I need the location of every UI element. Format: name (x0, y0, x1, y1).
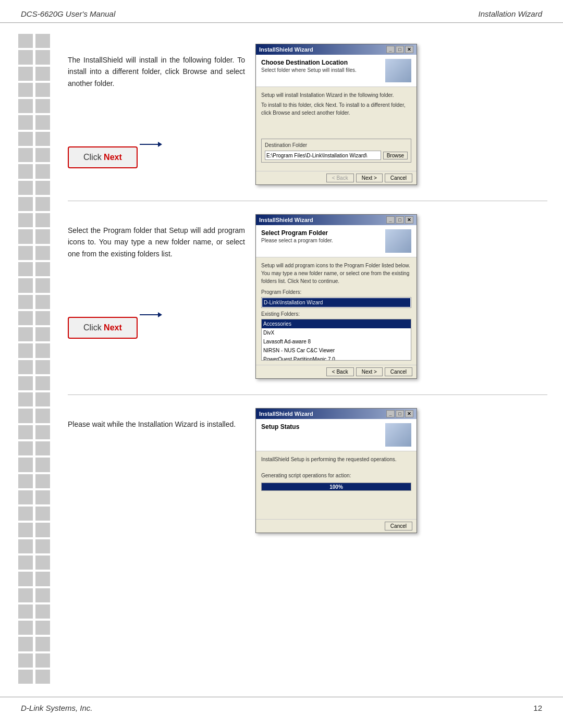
wizard2-title: InstallShield Wizard (259, 217, 313, 223)
section-select-program-folder: Select the Program folder that Setup wil… (68, 201, 547, 395)
wizard3-cancel-button[interactable]: Cancel (385, 522, 412, 530)
wizard2-program-folder-list: D-Link\Installation Wizard (261, 297, 411, 308)
connector-2 (140, 312, 162, 317)
wizard1-header-icon (385, 59, 411, 82)
wizard3-header-icon (385, 423, 411, 447)
connector-line-2 (140, 314, 158, 315)
wizard2-existing-folder-list: Accessories DivX Lavasoft Ad-aware 8 NIR… (261, 319, 411, 361)
wizard2-existing-folder-powerquest[interactable]: PowerQuest PartitionMagic 7.0 (262, 355, 411, 361)
connector-1 (140, 142, 162, 147)
wizard1-titlebar: InstallShield Wizard _ □ ✕ (256, 44, 417, 55)
wizard2-body-text: Setup will add program icons to the Prog… (261, 262, 411, 285)
footer-company: D-Link Systems, Inc. (21, 704, 93, 712)
wizard1-header-text: Choose Destination Location Select folde… (261, 59, 357, 73)
wizard2-header-icon (385, 229, 411, 253)
wizard2-content: Setup will add program icons to the Prog… (256, 257, 417, 365)
wizard1-spacer (261, 119, 411, 134)
connector-arrow-1 (158, 142, 162, 147)
wizard2-cancel-button[interactable]: Cancel (385, 367, 412, 376)
next-bold-1: Next (104, 153, 122, 162)
side-col-2 (35, 34, 50, 684)
wizard2-next-button[interactable]: Next > (356, 367, 383, 376)
wizard1-content: Setup will install Installation Wizard i… (256, 87, 417, 171)
section2-description: Select the Program folder that Setup wil… (68, 225, 245, 260)
header-right-title: Installation Wizard (479, 9, 542, 18)
connector-line-1 (140, 144, 158, 145)
wizard1-header-subtitle: Select folder where Setup will install f… (261, 67, 357, 73)
section-choose-destination: The InstallShield will install in the fo… (68, 33, 547, 201)
wizard3-header: Setup Status (256, 419, 417, 451)
header-left-title: DCS-6620G User's Manual (21, 9, 115, 18)
connector-arrow-2 (158, 312, 162, 317)
wizard1-browse-button[interactable]: Browse (383, 152, 408, 159)
wizard-choose-destination: InstallShield Wizard _ □ ✕ Choose Destin… (255, 44, 417, 185)
wizard2-existing-folder-nirsn[interactable]: NIRSN - NUS Car C&C Viewer (262, 346, 411, 355)
wizard1-next-button[interactable]: Next > (356, 174, 383, 182)
wizard3-header-text: Setup Status (261, 423, 299, 431)
wizard3-controls[interactable]: _ □ ✕ (386, 410, 413, 417)
section3-description: Please wait while the Installation Wizar… (68, 418, 245, 430)
wizard3-titlebar: InstallShield Wizard _ □ ✕ (256, 409, 417, 419)
section2-text-area: Select the Program folder that Setup wil… (68, 214, 255, 339)
wizard2-titlebar: InstallShield Wizard _ □ ✕ (256, 215, 417, 225)
wizard3-header-title: Setup Status (261, 423, 299, 430)
wizard1-folder-group: Destination Folder Browse (261, 139, 411, 163)
wizard3-close[interactable]: ✕ (405, 410, 413, 417)
wizard2-close[interactable]: ✕ (405, 216, 413, 224)
section-setup-status: Please wait while the Installation Wizar… (68, 395, 547, 544)
wizard2-program-folder-selected[interactable]: D-Link\Installation Wizard (262, 298, 410, 307)
wizard1-folder-input[interactable] (265, 151, 381, 160)
wizard1-body-text2: To install to this folder, click Next. T… (261, 101, 411, 117)
wizard-select-program-folder: InstallShield Wizard _ □ ✕ Select Progra… (255, 214, 417, 379)
wizard2-back-button[interactable]: < Back (326, 367, 354, 376)
wizard2-existing-folder-lavasoft[interactable]: Lavasoft Ad-aware 8 (262, 337, 411, 346)
wizard3-maximize[interactable]: □ (396, 410, 404, 417)
wizard3-footer: Cancel (256, 519, 417, 533)
section1-description-1: The InstallShield will install in the fo… (68, 54, 245, 89)
wizard1-close[interactable]: ✕ (405, 46, 413, 53)
wizard1-title: InstallShield Wizard (259, 46, 313, 53)
click-next-button-1[interactable]: Click Next (68, 146, 138, 168)
wizard2-header: Select Program Folder Please select a pr… (256, 225, 417, 257)
wizard1-back-button[interactable]: < Back (326, 174, 354, 182)
wizard-setup-status: InstallShield Wizard _ □ ✕ Setup Status … (255, 408, 417, 533)
wizard2-header-subtitle: Please select a program folder. (261, 238, 333, 243)
wizard1-maximize[interactable]: □ (396, 46, 404, 53)
wizard2-header-title: Select Program Folder (261, 229, 333, 237)
wizard1-header-title: Choose Destination Location (261, 59, 357, 66)
wizard3-spacer (261, 494, 411, 515)
next-bold-2: Next (104, 323, 122, 332)
wizard3-minimize[interactable]: _ (386, 410, 395, 417)
wizard2-controls[interactable]: _ □ ✕ (386, 216, 413, 224)
page-header: DCS-6620G User's Manual Installation Wiz… (0, 0, 563, 23)
wizard2-program-folders-label: Program Folders: (261, 288, 411, 296)
wizard2-existing-folder-divx[interactable]: DivX (262, 328, 411, 337)
wizard1-minimize[interactable]: _ (386, 46, 395, 53)
side-col-1 (18, 34, 33, 684)
wizard1-folder-label: Destination Folder (265, 141, 408, 149)
wizard1-header: Choose Destination Location Select folde… (256, 55, 417, 87)
wizard1-body-text: Setup will install Installation Wizard i… (261, 91, 411, 99)
section3-text-area: Please wait while the Installation Wizar… (68, 408, 255, 430)
wizard1-footer: < Back Next > Cancel (256, 171, 417, 184)
wizard2-header-text: Select Program Folder Please select a pr… (261, 229, 333, 243)
click-next-area-1: Click Next (68, 120, 245, 168)
wizard1-folder-row: Browse (265, 151, 408, 160)
footer-page-number: 12 (533, 704, 542, 712)
wizard3-progress-bar-container: 100% (261, 483, 411, 491)
wizard3-progress-label: 100% (329, 483, 343, 491)
section1-text-area: The InstallShield will install in the fo… (68, 44, 255, 168)
click-next-area-2: Click Next (68, 291, 245, 339)
wizard2-minimize[interactable]: _ (386, 216, 395, 224)
side-decoration (18, 34, 50, 684)
wizard2-existing-folder-accessories[interactable]: Accessories (262, 319, 411, 328)
wizard2-footer: < Back Next > Cancel (256, 365, 417, 378)
wizard3-content: InstallShield Setup is performing the re… (256, 451, 417, 519)
wizard3-body-text: InstallShield Setup is performing the re… (261, 455, 411, 463)
wizard1-cancel-button[interactable]: Cancel (385, 174, 412, 182)
wizard1-controls[interactable]: _ □ ✕ (386, 46, 413, 53)
main-content: The InstallShield will install in the fo… (68, 33, 547, 544)
wizard3-progress-bar-fill: 100% (262, 483, 411, 490)
wizard2-maximize[interactable]: □ (396, 216, 404, 224)
click-next-button-2[interactable]: Click Next (68, 317, 138, 339)
